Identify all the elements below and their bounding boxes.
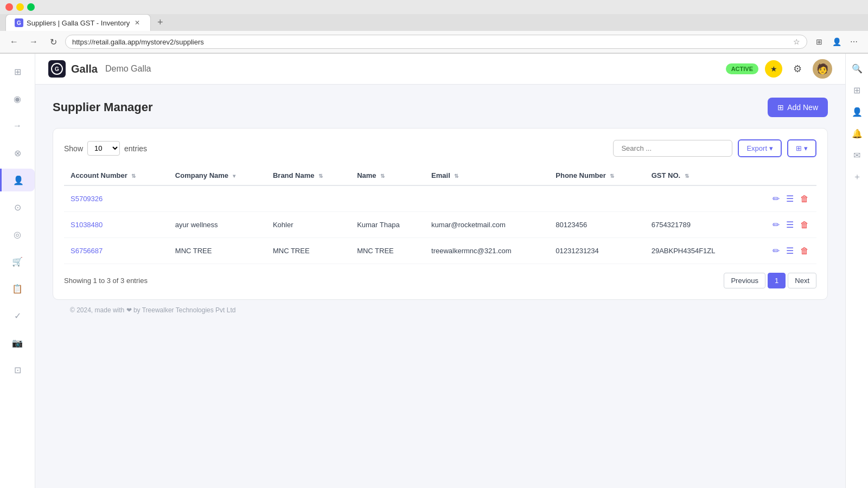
cell-phone-3: 01231231234 <box>549 238 644 264</box>
sidebar-item-settings2[interactable]: ⊗ <box>6 142 29 164</box>
col-email: Email ⇅ <box>425 166 549 185</box>
url-text: https://retail.galla.app/mystorev2/suppl… <box>72 38 789 46</box>
view-toggle-button[interactable]: ⊞ ▾ <box>787 139 816 157</box>
col-company-name: Company Name ▾ <box>169 166 266 185</box>
sidebar-item-dashboard[interactable]: ⊞ <box>6 60 29 83</box>
table-row: S6756687 MNC TREE MNC TREE MNC TREE tree… <box>64 238 816 264</box>
store-name: Demo Galla <box>105 64 151 74</box>
notification-icon[interactable]: ★ <box>765 60 782 78</box>
toolbar-icons: ⊞ 👤 ⋯ <box>812 34 861 49</box>
extensions-icon[interactable]: ⊞ <box>812 34 827 49</box>
forward-button[interactable]: → <box>26 34 41 49</box>
list-button-3[interactable]: ☰ <box>785 245 795 257</box>
cell-name-3: MNC TREE <box>350 238 425 264</box>
browser-chrome: G Suppliers | Galla GST - Inventory ✕ + … <box>0 0 868 54</box>
sort-icon-account[interactable]: ⇅ <box>131 173 136 179</box>
cell-account-3: S6756687 <box>64 238 169 264</box>
right-mail-icon[interactable]: ✉ <box>849 147 865 163</box>
page-header: Supplier Manager ⊞ Add New <box>53 98 828 117</box>
action-icons-1: ✏ ☰ 🗑 <box>754 192 810 205</box>
next-button[interactable]: Next <box>788 273 816 288</box>
sort-icon-email[interactable]: ⇅ <box>454 173 458 179</box>
cell-company-3: MNC TREE <box>169 238 266 264</box>
tab-close-button[interactable]: ✕ <box>133 18 142 27</box>
minimize-button[interactable] <box>16 3 24 11</box>
cell-email-1 <box>425 185 549 212</box>
bookmark-icon[interactable]: ☆ <box>793 37 800 46</box>
header-actions: ACTIVE ★ ⚙ 🧑 <box>726 59 832 79</box>
add-new-button[interactable]: ⊞ Add New <box>768 98 828 117</box>
search-input[interactable] <box>613 140 732 157</box>
right-sidebar: 🔍 ⊞ 👤 🔔 ✉ ＋ <box>845 54 868 488</box>
sidebar-item-grid2[interactable]: ⊡ <box>6 358 29 381</box>
col-phone: Phone Number ⇅ <box>549 166 644 185</box>
edit-button-1[interactable]: ✏ <box>771 192 781 205</box>
url-bar[interactable]: https://retail.galla.app/mystorev2/suppl… <box>65 35 807 49</box>
right-plus-icon[interactable]: ＋ <box>849 169 865 185</box>
action-icons-2: ✏ ☰ 🗑 <box>754 219 810 231</box>
page-title: Supplier Manager <box>53 100 153 114</box>
cell-actions-2: ✏ ☰ 🗑 <box>748 212 816 238</box>
avatar[interactable]: 🧑 <box>813 59 832 79</box>
cell-email-3: treewalkermnc@321.com <box>425 238 549 264</box>
cell-actions-3: ✏ ☰ 🗑 <box>748 238 816 264</box>
right-bell-icon[interactable]: 🔔 <box>849 125 865 142</box>
right-search-icon[interactable]: 🔍 <box>849 60 865 76</box>
list-button-1[interactable]: ☰ <box>785 192 795 205</box>
sidebar-item-users[interactable]: 👤 <box>0 169 35 191</box>
sort-icon-brand[interactable]: ⇅ <box>318 173 323 179</box>
cell-brand-3: MNC TREE <box>266 238 350 264</box>
app-header: G Galla Demo Galla ACTIVE ★ ⚙ 🧑 <box>35 54 845 85</box>
add-new-label: Add New <box>787 103 818 112</box>
col-brand-name: Brand Name ⇅ <box>266 166 350 185</box>
close-button[interactable] <box>5 3 13 11</box>
new-tab-button[interactable]: + <box>153 16 167 30</box>
col-email-label: Email <box>431 171 450 179</box>
sort-icon-gst[interactable]: ⇅ <box>685 173 689 179</box>
right-grid-icon[interactable]: ⊞ <box>849 82 865 98</box>
profile-icon[interactable]: 👤 <box>829 34 844 49</box>
sidebar-item-camera[interactable]: 📷 <box>6 331 29 354</box>
sidebar-item-arrows[interactable]: → <box>6 114 29 137</box>
list-button-2[interactable]: ☰ <box>785 219 795 231</box>
back-button[interactable]: ← <box>7 34 22 49</box>
table-search-area: Export ▾ ⊞ ▾ <box>613 139 816 157</box>
previous-button[interactable]: Previous <box>724 273 765 288</box>
cell-account-1: S5709326 <box>64 185 169 212</box>
window-controls <box>5 3 35 11</box>
sidebar-item-cart[interactable]: 🛒 <box>6 250 29 273</box>
view-chevron-icon: ▾ <box>804 144 808 152</box>
delete-button-1[interactable]: 🗑 <box>799 192 810 205</box>
cell-gst-1 <box>645 185 748 212</box>
sort-icon-name[interactable]: ⇅ <box>380 173 385 179</box>
sidebar-item-circle[interactable]: ⊙ <box>6 196 29 219</box>
active-tab[interactable]: G Suppliers | Galla GST - Inventory ✕ <box>5 14 151 31</box>
edit-button-3[interactable]: ✏ <box>771 245 781 257</box>
sidebar-item-reports[interactable]: 📋 <box>6 277 29 300</box>
sort-icon-company[interactable]: ▾ <box>233 173 235 179</box>
sidebar-item-target[interactable]: ◎ <box>6 223 29 246</box>
export-button[interactable]: Export ▾ <box>738 139 782 157</box>
showing-text: Showing 1 to 3 of 3 entries <box>64 277 148 285</box>
edit-button-2[interactable]: ✏ <box>771 219 781 231</box>
action-icons-3: ✏ ☰ 🗑 <box>754 245 810 257</box>
sidebar-item-inventory[interactable]: ◉ <box>6 87 29 110</box>
sidebar-item-tasks[interactable]: ✓ <box>6 304 29 327</box>
maximize-button[interactable] <box>27 3 35 11</box>
app-container: ⊞ ◉ → ⊗ 👤 ⊙ ◎ 🛒 📋 ✓ 📷 ⊡ G Galla Demo Gal… <box>0 54 868 488</box>
grid-icon: ⊞ <box>796 144 802 152</box>
show-entries: Show 10 25 50 100 entries <box>64 141 147 156</box>
cell-phone-1 <box>549 185 644 212</box>
entries-select[interactable]: 10 25 50 100 <box>87 141 120 156</box>
delete-button-2[interactable]: 🗑 <box>799 219 810 231</box>
page-1-button[interactable]: 1 <box>768 273 786 288</box>
logo-icon: G <box>48 60 66 78</box>
page-content: Supplier Manager ⊞ Add New Show 10 25 50… <box>35 85 845 333</box>
right-user-icon[interactable]: 👤 <box>849 104 865 120</box>
refresh-button[interactable]: ↻ <box>46 34 61 49</box>
delete-button-3[interactable]: 🗑 <box>799 245 810 257</box>
svg-text:G: G <box>55 66 59 72</box>
settings-icon[interactable]: ⚙ <box>789 60 806 78</box>
sort-icon-phone[interactable]: ⇅ <box>610 173 614 179</box>
more-icon[interactable]: ⋯ <box>846 34 861 49</box>
